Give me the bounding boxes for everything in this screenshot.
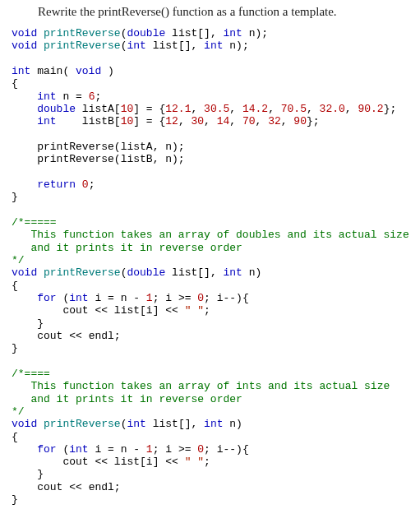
num: 1 xyxy=(146,292,153,304)
num: 10 xyxy=(121,103,134,115)
code-listing: void printReverse(double list[], int n);… xyxy=(0,27,420,506)
num: 0 xyxy=(197,443,204,456)
brace: } xyxy=(12,191,18,203)
fn-name: printReverse xyxy=(44,39,121,52)
txt: list[], xyxy=(165,27,223,39)
txt: ; xyxy=(204,304,210,317)
comment: */ xyxy=(12,405,25,418)
txt: , xyxy=(307,103,320,115)
txt: ; i >= xyxy=(153,292,198,304)
brace: } xyxy=(12,342,18,354)
txt: ; xyxy=(89,178,95,191)
num: 14 xyxy=(217,115,230,127)
num: 0 xyxy=(197,292,204,304)
kw-void: void xyxy=(12,39,37,52)
num: 32 xyxy=(268,115,281,127)
num: 90.2 xyxy=(358,103,383,115)
kw-void: void xyxy=(12,266,37,279)
txt: , xyxy=(191,103,204,115)
fn-name: printReverse xyxy=(44,27,121,39)
kw-int: int xyxy=(69,443,88,456)
kw-int: int xyxy=(69,292,88,304)
txt xyxy=(76,178,82,191)
txt: , xyxy=(268,103,281,115)
txt: cout << endl; xyxy=(37,330,120,342)
kw-int: int xyxy=(224,266,242,279)
txt: n) xyxy=(224,418,242,430)
txt: cout << endl; xyxy=(37,481,120,493)
txt: ; i--){ xyxy=(204,292,249,304)
txt: , xyxy=(229,103,242,115)
num: 70 xyxy=(242,115,256,127)
txt: , xyxy=(178,115,192,127)
kw-int: int xyxy=(37,90,56,103)
brace: { xyxy=(12,431,18,443)
fn-name: printReverse xyxy=(44,418,121,430)
txt: ] = { xyxy=(133,103,165,115)
kw-void: void xyxy=(12,27,37,39)
kw-int: int xyxy=(12,65,30,77)
comment: /*===== xyxy=(12,216,57,229)
brace: } xyxy=(37,468,44,480)
num: 32.0 xyxy=(320,103,345,115)
kw-int: int xyxy=(127,39,145,52)
txt: ] = { xyxy=(133,115,165,127)
kw-int: int xyxy=(204,418,223,430)
num: 30.5 xyxy=(204,103,229,115)
txt: , xyxy=(204,115,217,127)
txt: n) xyxy=(242,266,261,279)
txt: main( xyxy=(30,65,76,77)
num: 0 xyxy=(82,178,89,191)
str: " " xyxy=(185,304,204,317)
kw-return: return xyxy=(37,178,76,191)
txt: , xyxy=(345,103,358,115)
txt: n); xyxy=(242,27,268,39)
call: printReverse(listA, n); xyxy=(37,141,184,153)
str: " " xyxy=(185,456,204,468)
txt: ; xyxy=(95,90,101,103)
txt: ; xyxy=(204,456,210,468)
kw-int: int xyxy=(127,418,145,430)
txt: }; xyxy=(384,103,397,115)
kw-void: void xyxy=(76,65,101,77)
kw-double: double xyxy=(37,103,76,115)
brace: { xyxy=(12,280,18,292)
txt: ; i >= xyxy=(153,443,198,456)
txt: i = n - xyxy=(89,292,146,304)
txt: ( xyxy=(57,443,70,456)
txt: }; xyxy=(307,115,320,127)
txt: ; i--){ xyxy=(204,443,249,456)
brace: } xyxy=(12,493,18,506)
kw-for: for xyxy=(37,292,56,304)
num: 10 xyxy=(121,115,134,127)
num: 70.5 xyxy=(281,103,307,115)
call: printReverse(listB, n); xyxy=(37,153,184,165)
num: 30 xyxy=(191,115,204,127)
comment: /*==== xyxy=(12,368,50,380)
brace: { xyxy=(12,77,18,90)
txt: , xyxy=(256,115,269,127)
txt: cout << list[i] << xyxy=(62,304,184,317)
comment: */ xyxy=(12,254,25,266)
txt: n); xyxy=(224,39,249,52)
txt: ( xyxy=(57,292,70,304)
txt: n = xyxy=(57,90,89,103)
num: 14.2 xyxy=(242,103,268,115)
txt: , xyxy=(281,115,294,127)
num: 1 xyxy=(146,443,153,456)
txt: listB[ xyxy=(57,115,121,127)
kw-int: int xyxy=(204,39,223,52)
question-prompt: Rewrite the printReverse() function as a… xyxy=(0,0,420,27)
txt: cout << list[i] << xyxy=(62,456,184,468)
txt: ) xyxy=(101,65,114,77)
comment: and it prints it in reverse order xyxy=(12,242,242,254)
num: 90 xyxy=(293,115,307,127)
comment: This function takes an array of doubles … xyxy=(12,229,409,241)
comment: and it prints it in reverse order xyxy=(12,393,242,405)
kw-void: void xyxy=(12,418,37,430)
kw-for: for xyxy=(37,443,56,456)
txt: , xyxy=(229,115,242,127)
num: 12.1 xyxy=(165,103,191,115)
txt: listA[ xyxy=(76,103,121,115)
kw-double: double xyxy=(127,266,165,279)
